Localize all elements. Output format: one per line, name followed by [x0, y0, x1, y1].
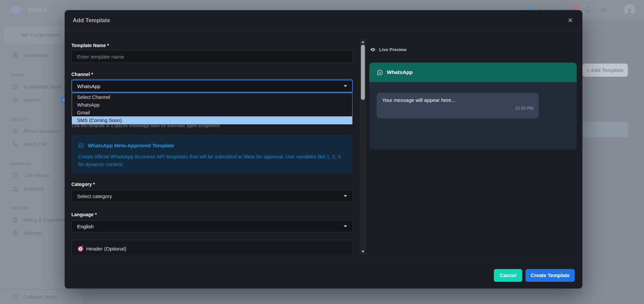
info-box-body: Create official WhatsApp Business API te…	[78, 153, 346, 168]
header-card-label: Header (Optional)	[86, 246, 126, 252]
history-clock-icon	[12, 172, 19, 179]
topbar-divider	[616, 5, 616, 14]
phone-icon	[12, 141, 19, 147]
scrollbar-thumb[interactable]	[361, 45, 365, 100]
info-box-title: WhatsApp Meta-Approved Template	[88, 143, 174, 148]
sidebar-item-label: Call History	[24, 173, 49, 178]
dartboard-icon	[78, 246, 83, 252]
whatsapp-info-box: WhatsApp Meta-Approved Template Create o…	[71, 135, 353, 174]
template-name-label: Template Name *	[71, 43, 353, 48]
screen: Voixo Material Design M7 Corporation	[0, 0, 644, 304]
sidebar-item-label: Billing & Payments	[24, 217, 66, 223]
collapse-chevron-icon	[12, 294, 18, 300]
language-select[interactable]: English	[71, 220, 353, 232]
modal-footer: Cancel Create Template	[65, 262, 582, 289]
message-time: 12:30 PM	[382, 106, 533, 111]
avatar[interactable]	[624, 4, 635, 15]
cancel-button[interactable]: Cancel	[494, 269, 522, 282]
notification-dot	[573, 4, 578, 9]
scrollbar-down-arrow[interactable]	[360, 249, 366, 254]
template-name-input[interactable]	[71, 50, 353, 63]
channel-select[interactable]: WhatsApp	[71, 80, 353, 92]
live-preview-panel: Live Preview WhatsApp Your message will …	[369, 31, 577, 262]
dashboard-icon	[12, 52, 19, 59]
background-chip	[582, 122, 628, 137]
channel-option[interactable]: Gmail	[72, 109, 352, 116]
whatsapp-preview-channel: WhatsApp	[387, 69, 413, 75]
robot-icon	[12, 97, 19, 103]
modal-title: Add Template	[73, 17, 110, 24]
category-select[interactable]: Select category	[71, 190, 353, 202]
channel-group: Channel * WhatsApp Select Channel WhatsA…	[71, 72, 353, 92]
theme-toggle-sun-icon[interactable]	[600, 6, 608, 14]
live-preview-label-row: Live Preview	[370, 47, 407, 52]
template-name-group: Template Name *	[71, 43, 353, 63]
category-group: Category * Select category	[71, 182, 353, 202]
gear-icon: ⚙	[12, 229, 19, 237]
knowledge-base-icon	[12, 83, 19, 90]
sidebar-item-label: Batch Call	[24, 141, 46, 147]
eye-icon	[370, 47, 376, 52]
modal-header: Add Template ✕	[65, 10, 582, 31]
waveform-logo-icon	[9, 5, 23, 15]
channel-select-value: WhatsApp	[77, 83, 100, 89]
language-select-value: English	[77, 224, 94, 229]
add-template-modal: Add Template ✕ Template Name * Channel *…	[65, 10, 582, 289]
live-preview-label: Live Preview	[379, 47, 407, 52]
whatsapp-preview-header: WhatsApp	[369, 63, 577, 82]
chevron-down-icon	[344, 85, 347, 87]
bar-chart-icon	[12, 185, 19, 192]
header-optional-card[interactable]: Header (Optional)	[71, 240, 353, 255]
sidebar-item-label: Analytics	[24, 186, 44, 191]
collapse-menu-button[interactable]: Collapse Menu	[0, 289, 82, 304]
language-group: Language * English	[71, 212, 353, 232]
brand-name: Voixo	[28, 6, 47, 14]
template-form: Template Name * Channel * WhatsApp Selec…	[71, 39, 353, 255]
info-box-title-row: WhatsApp Meta-Approved Template	[78, 142, 346, 148]
close-icon[interactable]: ✕	[566, 16, 574, 25]
chevron-down-icon	[344, 195, 347, 197]
add-template-button-background[interactable]: + Add Template	[582, 64, 628, 77]
header-card-title-row: Header (Optional)	[78, 246, 346, 252]
form-scrollbar[interactable]	[360, 39, 366, 255]
message-bubble: Your message will appear here... 12:30 P…	[377, 93, 539, 118]
channel-option-highlighted[interactable]: SMS (Coming Soon)	[72, 116, 352, 124]
receipt-rupee-icon	[12, 217, 19, 223]
message-text: Your message will appear here...	[382, 97, 533, 103]
whatsapp-preview-card: WhatsApp Your message will appear here..…	[369, 63, 577, 150]
channel-option[interactable]: Select Channel	[72, 93, 352, 101]
whatsapp-preview-body: Your message will appear here... 12:30 P…	[369, 82, 577, 150]
sidebar-item-label: Knowledge Base	[24, 84, 62, 89]
category-label: Category *	[71, 182, 353, 187]
modal-body: Template Name * Channel * WhatsApp Selec…	[65, 31, 582, 262]
channel-option[interactable]: WhatsApp	[72, 101, 352, 109]
bell-icon[interactable]	[585, 6, 592, 14]
channel-label: Channel *	[71, 72, 353, 77]
create-template-button[interactable]: Create Template	[526, 269, 575, 282]
whatsapp-icon	[78, 142, 84, 148]
category-select-value: Select category	[77, 193, 112, 199]
channel-dropdown: Select Channel WhatsApp Gmail SMS (Comin…	[72, 93, 352, 124]
chevron-down-icon	[344, 225, 347, 227]
sidebar-item-label: Agents	[24, 97, 39, 103]
numbered-list-icon	[12, 128, 19, 134]
sidebar-item-label: Phone Numbers	[24, 128, 60, 134]
whatsapp-icon	[377, 69, 383, 76]
brand: Voixo	[0, 5, 47, 15]
channel-select-wrap: WhatsApp Select Channel WhatsApp Gmail S…	[71, 80, 353, 92]
sidebar-item-label: Settings	[24, 230, 42, 236]
sidebar-item-label: Dashboard	[24, 52, 48, 58]
language-label: Language *	[71, 212, 353, 217]
collapse-menu-label: Collapse Menu	[23, 294, 57, 300]
scrollbar-up-arrow[interactable]	[360, 39, 366, 44]
